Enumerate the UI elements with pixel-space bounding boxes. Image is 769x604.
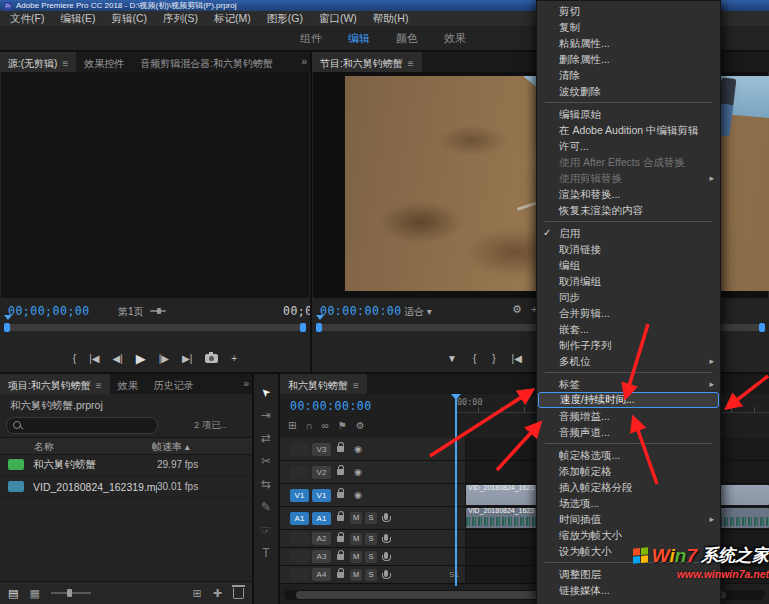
lock-icon[interactable] [337,469,344,475]
menu-item-25[interactable]: 标签▸ [537,376,720,392]
project-tab-1[interactable]: 效果 [110,374,146,394]
ripple-edit-tool[interactable]: ⇄ [261,431,271,445]
menubar-item-5[interactable]: 图形(G) [259,12,311,26]
mute-button[interactable]: M [350,551,362,563]
step-forward-button[interactable]: |▶ [159,353,169,364]
mark-out-button[interactable]: } [492,353,495,364]
voiceover-record-icon[interactable] [384,552,388,559]
list-view-button[interactable]: ▤ [8,587,18,600]
settings-wrench-icon[interactable]: ⚙ [512,303,522,316]
menu-item-31[interactable]: 添加帧定格 [537,463,720,479]
selection-tool[interactable]: ➤ [258,385,274,401]
voiceover-record-icon[interactable] [384,513,388,520]
menu-item-11[interactable]: 使用剪辑替换▸ [537,170,720,186]
menu-item-5[interactable]: 波纹删除 [537,83,720,99]
menu-item-9[interactable]: 许可... [537,138,720,154]
track-select-forward-tool[interactable]: ⇥ [261,408,271,422]
menu-item-34[interactable]: 时间插值▸ [537,511,720,527]
timeline-settings-icon[interactable]: ⚙ [356,420,365,431]
menubar-item-4[interactable]: 标记(M) [206,12,259,26]
track-target-A1[interactable]: A1 [312,512,331,525]
menu-item-32[interactable]: 插入帧定格分段 [537,479,720,495]
lock-icon[interactable] [337,492,344,498]
zoom-slider[interactable] [51,592,91,594]
menubar-item-0[interactable]: 文件(F) [2,12,52,26]
menu-item-28[interactable]: 音频声道... [537,424,720,440]
track-target-V1[interactable]: V1 [312,489,331,502]
play-button[interactable]: ▶ [136,351,146,366]
menu-item-0[interactable]: 剪切 [537,3,720,19]
new-bin-button[interactable]: ⊞ [193,587,202,600]
column-framerate[interactable]: 帧速率 ▴ [152,440,190,454]
source-patch-V3[interactable] [290,443,309,456]
menubar-item-7[interactable]: 帮助(H) [365,12,417,26]
button-editor-button[interactable]: + [231,353,237,364]
menu-item-23[interactable]: 多机位▸ [537,353,720,369]
project-column-header[interactable]: 名称 帧速率 ▴ [0,437,252,455]
pen-tool[interactable]: ✎ [261,500,271,514]
menu-item-10[interactable]: 使用 After Effects 合成替换 [537,154,720,170]
lock-icon[interactable] [337,572,344,578]
source-patch-A2[interactable] [290,532,309,545]
icon-view-button[interactable]: ▦ [29,587,39,600]
go-to-in-button[interactable]: |◀ [512,353,522,364]
menu-item-15[interactable]: 启用✓ [537,225,720,241]
menu-item-35[interactable]: 缩放为帧大小 [537,527,720,543]
voiceover-record-icon[interactable] [384,534,388,541]
menubar-item-1[interactable]: 编辑(E) [52,12,103,26]
mark-in-button[interactable]: { [73,353,76,364]
menu-item-21[interactable]: 嵌套... [537,321,720,337]
search-input[interactable] [6,417,158,434]
project-tab-0[interactable]: 项目:和六舅钓螃蟹≡ [0,374,110,394]
track-target-A2[interactable]: A2 [312,532,331,545]
go-to-in-button[interactable]: |◀ [89,353,99,364]
source-patch-A1[interactable]: A1 [290,512,309,525]
solo-button[interactable]: S [365,512,377,524]
lock-icon[interactable] [337,554,344,560]
add-marker-button[interactable]: ▼ [447,353,457,364]
column-name[interactable]: 名称 [34,440,54,454]
tab-overflow-icon[interactable]: » [301,56,307,67]
menu-item-30[interactable]: 帧定格选项... [537,447,720,463]
zoom-level-select[interactable]: 适合 ▾ [404,305,432,319]
menu-item-19[interactable]: 同步 [537,289,720,305]
source-tab-0[interactable]: 源:(无剪辑)≡ [0,52,76,72]
source-timecode[interactable]: 00;00;00;00 [8,304,90,318]
menu-item-13[interactable]: 恢复未渲染的内容 [537,202,720,218]
mark-in-button[interactable]: { [473,353,476,364]
track-output-icon[interactable]: ◉ [354,444,362,454]
menu-item-20[interactable]: 合并剪辑... [537,305,720,321]
project-tab-2[interactable]: 历史记录 [146,374,202,394]
track-target-V3[interactable]: V3 [312,443,331,456]
source-patch-A3[interactable] [290,550,309,563]
linked-selection-icon[interactable]: ∞ [322,420,329,431]
source-patch-V2[interactable] [290,466,309,479]
panel-menu-icon[interactable]: ≡ [353,380,359,391]
slip-tool[interactable]: ⇆ [261,477,271,491]
solo-button[interactable]: S [365,551,377,563]
export-frame-button[interactable] [205,354,218,363]
project-item-row[interactable]: 和六舅钓螃蟹29.97 fps [0,454,252,476]
menu-item-18[interactable]: 取消编组 [537,273,720,289]
track-output-icon[interactable]: ◉ [354,490,362,500]
track-target-V2[interactable]: V2 [312,466,331,479]
lock-icon[interactable] [337,536,344,542]
menu-item-39[interactable]: 链接媒体... [537,582,720,598]
menubar-item-6[interactable]: 窗口(W) [311,12,365,26]
menu-item-1[interactable]: 复制 [537,19,720,35]
source-patch-A4[interactable] [290,568,309,581]
workspace-tab-2[interactable]: 颜色 [396,31,418,46]
zoom-handle-right[interactable] [300,323,306,332]
hand-tool[interactable]: ☞ [261,523,272,537]
lock-icon[interactable] [337,515,344,521]
voiceover-record-icon[interactable] [384,570,388,577]
go-to-out-button[interactable]: ▶| [182,353,192,364]
source-tab-2[interactable]: 音频剪辑混合器:和六舅钓螃蟹 [132,52,281,72]
timeline-timecode[interactable]: 00:00:00:00 [290,399,372,413]
zoom-handle-left[interactable] [4,323,10,332]
new-item-button[interactable]: ✚ [213,587,222,600]
workspace-tab-3[interactable]: 效果 [444,31,466,46]
insert-overwrite-toggle-icon[interactable]: ⊞ [288,420,296,431]
menu-item-2[interactable]: 粘贴属性... [537,35,720,51]
delete-button[interactable] [233,588,244,599]
